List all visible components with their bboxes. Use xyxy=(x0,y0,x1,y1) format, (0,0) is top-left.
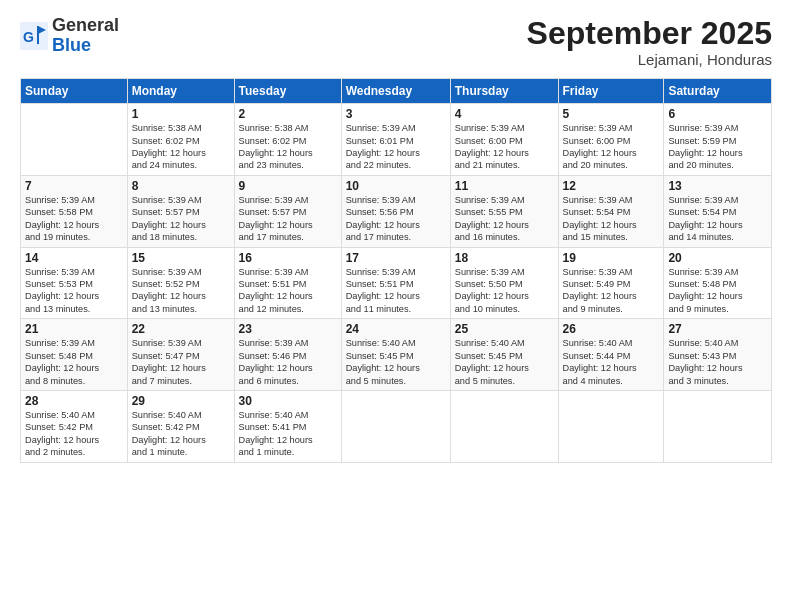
day-cell: 29Sunrise: 5:40 AMSunset: 5:42 PMDayligh… xyxy=(127,390,234,462)
day-info: Sunrise: 5:39 AMSunset: 5:54 PMDaylight:… xyxy=(668,194,767,244)
day-info: Sunrise: 5:40 AMSunset: 5:42 PMDaylight:… xyxy=(132,409,230,459)
day-number: 10 xyxy=(346,179,446,193)
logo-blue: Blue xyxy=(52,35,91,55)
day-number: 1 xyxy=(132,107,230,121)
day-info: Sunrise: 5:39 AMSunset: 5:55 PMDaylight:… xyxy=(455,194,554,244)
day-cell: 15Sunrise: 5:39 AMSunset: 5:52 PMDayligh… xyxy=(127,247,234,319)
week-row-4: 21Sunrise: 5:39 AMSunset: 5:48 PMDayligh… xyxy=(21,319,772,391)
day-info: Sunrise: 5:40 AMSunset: 5:43 PMDaylight:… xyxy=(668,337,767,387)
day-cell xyxy=(450,390,558,462)
day-number: 3 xyxy=(346,107,446,121)
week-row-1: 1Sunrise: 5:38 AMSunset: 6:02 PMDaylight… xyxy=(21,104,772,176)
logo: G General Blue xyxy=(20,16,119,56)
day-number: 22 xyxy=(132,322,230,336)
day-cell: 25Sunrise: 5:40 AMSunset: 5:45 PMDayligh… xyxy=(450,319,558,391)
day-cell: 17Sunrise: 5:39 AMSunset: 5:51 PMDayligh… xyxy=(341,247,450,319)
day-info: Sunrise: 5:39 AMSunset: 6:01 PMDaylight:… xyxy=(346,122,446,172)
logo-general: General xyxy=(52,15,119,35)
day-number: 30 xyxy=(239,394,337,408)
day-number: 11 xyxy=(455,179,554,193)
day-info: Sunrise: 5:38 AMSunset: 6:02 PMDaylight:… xyxy=(132,122,230,172)
day-info: Sunrise: 5:40 AMSunset: 5:45 PMDaylight:… xyxy=(455,337,554,387)
day-info: Sunrise: 5:38 AMSunset: 6:02 PMDaylight:… xyxy=(239,122,337,172)
col-header-friday: Friday xyxy=(558,79,664,104)
day-number: 23 xyxy=(239,322,337,336)
col-header-monday: Monday xyxy=(127,79,234,104)
week-row-5: 28Sunrise: 5:40 AMSunset: 5:42 PMDayligh… xyxy=(21,390,772,462)
day-info: Sunrise: 5:40 AMSunset: 5:42 PMDaylight:… xyxy=(25,409,123,459)
logo-text: General Blue xyxy=(52,16,119,56)
day-info: Sunrise: 5:39 AMSunset: 6:00 PMDaylight:… xyxy=(563,122,660,172)
day-cell xyxy=(341,390,450,462)
day-cell: 28Sunrise: 5:40 AMSunset: 5:42 PMDayligh… xyxy=(21,390,128,462)
day-number: 15 xyxy=(132,251,230,265)
svg-text:G: G xyxy=(23,29,34,45)
day-cell: 2Sunrise: 5:38 AMSunset: 6:02 PMDaylight… xyxy=(234,104,341,176)
header-row: SundayMondayTuesdayWednesdayThursdayFrid… xyxy=(21,79,772,104)
day-info: Sunrise: 5:39 AMSunset: 5:49 PMDaylight:… xyxy=(563,266,660,316)
page: G General Blue September 2025 Lejamani, … xyxy=(0,0,792,612)
day-info: Sunrise: 5:39 AMSunset: 5:51 PMDaylight:… xyxy=(239,266,337,316)
day-cell: 3Sunrise: 5:39 AMSunset: 6:01 PMDaylight… xyxy=(341,104,450,176)
day-number: 19 xyxy=(563,251,660,265)
day-number: 27 xyxy=(668,322,767,336)
day-info: Sunrise: 5:39 AMSunset: 5:54 PMDaylight:… xyxy=(563,194,660,244)
col-header-saturday: Saturday xyxy=(664,79,772,104)
day-number: 14 xyxy=(25,251,123,265)
day-cell: 21Sunrise: 5:39 AMSunset: 5:48 PMDayligh… xyxy=(21,319,128,391)
day-cell: 30Sunrise: 5:40 AMSunset: 5:41 PMDayligh… xyxy=(234,390,341,462)
day-cell: 9Sunrise: 5:39 AMSunset: 5:57 PMDaylight… xyxy=(234,175,341,247)
day-cell: 4Sunrise: 5:39 AMSunset: 6:00 PMDaylight… xyxy=(450,104,558,176)
day-number: 6 xyxy=(668,107,767,121)
day-cell xyxy=(558,390,664,462)
day-cell: 20Sunrise: 5:39 AMSunset: 5:48 PMDayligh… xyxy=(664,247,772,319)
day-number: 7 xyxy=(25,179,123,193)
day-cell: 22Sunrise: 5:39 AMSunset: 5:47 PMDayligh… xyxy=(127,319,234,391)
day-info: Sunrise: 5:39 AMSunset: 5:53 PMDaylight:… xyxy=(25,266,123,316)
day-cell: 26Sunrise: 5:40 AMSunset: 5:44 PMDayligh… xyxy=(558,319,664,391)
day-number: 18 xyxy=(455,251,554,265)
location: Lejamani, Honduras xyxy=(527,51,772,68)
day-cell: 1Sunrise: 5:38 AMSunset: 6:02 PMDaylight… xyxy=(127,104,234,176)
day-cell: 11Sunrise: 5:39 AMSunset: 5:55 PMDayligh… xyxy=(450,175,558,247)
day-number: 2 xyxy=(239,107,337,121)
day-cell: 27Sunrise: 5:40 AMSunset: 5:43 PMDayligh… xyxy=(664,319,772,391)
day-cell: 10Sunrise: 5:39 AMSunset: 5:56 PMDayligh… xyxy=(341,175,450,247)
day-info: Sunrise: 5:39 AMSunset: 5:50 PMDaylight:… xyxy=(455,266,554,316)
day-cell: 12Sunrise: 5:39 AMSunset: 5:54 PMDayligh… xyxy=(558,175,664,247)
title-block: September 2025 Lejamani, Honduras xyxy=(527,16,772,68)
day-cell: 6Sunrise: 5:39 AMSunset: 5:59 PMDaylight… xyxy=(664,104,772,176)
day-cell: 14Sunrise: 5:39 AMSunset: 5:53 PMDayligh… xyxy=(21,247,128,319)
svg-rect-3 xyxy=(37,26,39,44)
day-cell: 8Sunrise: 5:39 AMSunset: 5:57 PMDaylight… xyxy=(127,175,234,247)
day-cell: 19Sunrise: 5:39 AMSunset: 5:49 PMDayligh… xyxy=(558,247,664,319)
header: G General Blue September 2025 Lejamani, … xyxy=(20,16,772,68)
week-row-3: 14Sunrise: 5:39 AMSunset: 5:53 PMDayligh… xyxy=(21,247,772,319)
day-number: 12 xyxy=(563,179,660,193)
col-header-thursday: Thursday xyxy=(450,79,558,104)
month-title: September 2025 xyxy=(527,16,772,51)
calendar-table: SundayMondayTuesdayWednesdayThursdayFrid… xyxy=(20,78,772,462)
day-info: Sunrise: 5:39 AMSunset: 5:59 PMDaylight:… xyxy=(668,122,767,172)
day-info: Sunrise: 5:39 AMSunset: 5:46 PMDaylight:… xyxy=(239,337,337,387)
day-info: Sunrise: 5:39 AMSunset: 5:48 PMDaylight:… xyxy=(25,337,123,387)
day-number: 28 xyxy=(25,394,123,408)
day-info: Sunrise: 5:39 AMSunset: 5:58 PMDaylight:… xyxy=(25,194,123,244)
day-cell: 18Sunrise: 5:39 AMSunset: 5:50 PMDayligh… xyxy=(450,247,558,319)
day-cell: 24Sunrise: 5:40 AMSunset: 5:45 PMDayligh… xyxy=(341,319,450,391)
week-row-2: 7Sunrise: 5:39 AMSunset: 5:58 PMDaylight… xyxy=(21,175,772,247)
day-info: Sunrise: 5:39 AMSunset: 6:00 PMDaylight:… xyxy=(455,122,554,172)
day-cell xyxy=(664,390,772,462)
day-number: 4 xyxy=(455,107,554,121)
day-number: 5 xyxy=(563,107,660,121)
day-info: Sunrise: 5:40 AMSunset: 5:45 PMDaylight:… xyxy=(346,337,446,387)
day-cell: 7Sunrise: 5:39 AMSunset: 5:58 PMDaylight… xyxy=(21,175,128,247)
day-number: 29 xyxy=(132,394,230,408)
day-info: Sunrise: 5:39 AMSunset: 5:57 PMDaylight:… xyxy=(239,194,337,244)
day-cell: 13Sunrise: 5:39 AMSunset: 5:54 PMDayligh… xyxy=(664,175,772,247)
day-number: 25 xyxy=(455,322,554,336)
day-info: Sunrise: 5:39 AMSunset: 5:51 PMDaylight:… xyxy=(346,266,446,316)
col-header-wednesday: Wednesday xyxy=(341,79,450,104)
day-number: 26 xyxy=(563,322,660,336)
day-number: 21 xyxy=(25,322,123,336)
